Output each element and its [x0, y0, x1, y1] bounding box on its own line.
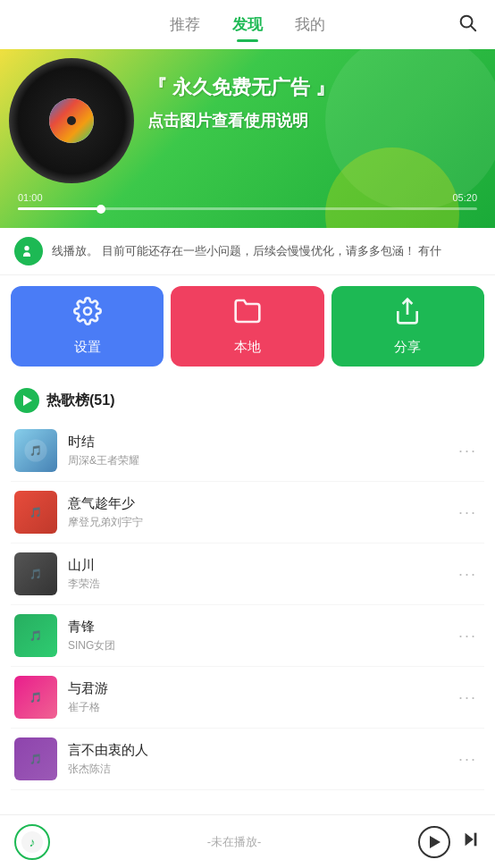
play-icon [430, 836, 440, 848]
hot-section-header: 热歌榜(51) [0, 377, 495, 420]
player-next-button[interactable] [461, 830, 481, 854]
hot-section-title: 热歌榜(51) [46, 392, 114, 410]
song-item-1[interactable]: 🎵 时结 周深&王者荣耀 ··· [11, 420, 484, 482]
song-list: 🎵 时结 周深&王者荣耀 ··· 🎵 意气趁年少 摩登兄弟刘宇宁 ··· 🎵 山… [0, 420, 495, 790]
bottom-player: ♪ -未在播放- [0, 814, 495, 868]
banner-progress: 01:00 05:20 [18, 186, 477, 210]
song-artist-2: 摩登兄弟刘宇宁 [68, 515, 455, 530]
share-label: 分享 [394, 339, 421, 356]
svg-marker-11 [466, 833, 474, 847]
local-button[interactable]: 本地 [171, 286, 323, 367]
song-cover-1: 🎵 [14, 429, 57, 472]
notice-bar: 线播放。 目前可能还存在一些小问题，后续会慢慢优化，请多多包涵！ 有什 [0, 228, 495, 275]
svg-text:🎵: 🎵 [29, 506, 42, 518]
tab-discover[interactable]: 发现 [232, 14, 263, 40]
song-artist-1: 周深&王者荣耀 [68, 453, 455, 468]
notice-text: 线播放。 目前可能还存在一些小问题，后续会慢慢优化，请多多包涵！ 有什 [52, 243, 441, 259]
quick-actions: 设置 本地 分享 [0, 275, 495, 377]
banner-title: 『 永久免费无广告 』 [147, 74, 335, 101]
progress-bar[interactable] [18, 207, 477, 210]
song-cover-5: 🎵 [14, 676, 57, 719]
tab-mine[interactable]: 我的 [295, 14, 325, 40]
header: 推荐 发现 我的 [0, 0, 495, 40]
svg-text:🎵: 🎵 [29, 444, 42, 457]
song-info-3: 山川 李荣浩 [68, 557, 455, 592]
song-info-2: 意气趁年少 摩登兄弟刘宇宁 [68, 495, 455, 530]
song-item-2[interactable]: 🎵 意气趁年少 摩登兄弟刘宇宁 ··· [11, 482, 484, 544]
song-name-6: 言不由衷的人 [68, 742, 455, 759]
song-artist-3: 李荣浩 [68, 577, 455, 592]
song-name-3: 山川 [68, 557, 455, 574]
settings-button[interactable]: 设置 [11, 286, 164, 367]
svg-text:🎵: 🎵 [29, 629, 42, 642]
progress-thumb [96, 205, 105, 214]
song-info-1: 时结 周深&王者荣耀 [68, 434, 455, 468]
banner[interactable]: 『 永久免费无广告 』 点击图片查看使用说明 01:00 05:20 [0, 49, 495, 228]
search-button[interactable] [457, 13, 477, 38]
song-item-3[interactable]: 🎵 山川 李荣浩 ··· [11, 544, 484, 605]
song-artist-4: SING女团 [68, 638, 455, 653]
banner-subtitle: 点击图片查看使用说明 [147, 110, 308, 131]
player-play-button[interactable] [418, 826, 450, 858]
song-item-5[interactable]: 🎵 与君游 崔子格 ··· [11, 667, 484, 729]
hot-play-button[interactable] [14, 388, 39, 413]
player-title: -未在播放- [61, 834, 407, 850]
progress-time-right: 05:20 [452, 192, 477, 203]
share-button[interactable]: 分享 [331, 286, 484, 367]
song-cover-2: 🎵 [14, 491, 57, 534]
song-cover-3: 🎵 [14, 552, 57, 595]
svg-rect-12 [474, 833, 477, 847]
local-label: 本地 [234, 339, 261, 356]
song-name-4: 青锋 [68, 619, 455, 636]
song-name-2: 意气趁年少 [68, 495, 455, 512]
song-name-1: 时结 [68, 434, 455, 451]
player-disc[interactable]: ♪ [14, 824, 50, 860]
song-item-4[interactable]: 🎵 青锋 SING女团 ··· [11, 605, 484, 667]
progress-fill [18, 207, 101, 210]
song-cover-6: 🎵 [14, 737, 57, 780]
song-artist-5: 崔子格 [68, 700, 455, 715]
song-more-6[interactable]: ··· [455, 750, 481, 769]
settings-label: 设置 [74, 339, 101, 356]
song-more-3[interactable]: ··· [455, 565, 481, 584]
song-info-4: 青锋 SING女团 [68, 619, 455, 653]
nav-tabs: 推荐 发现 我的 [170, 14, 325, 40]
song-cover-4: 🎵 [14, 614, 57, 657]
song-artist-6: 张杰陈洁 [68, 762, 455, 777]
song-more-2[interactable]: ··· [455, 503, 481, 522]
song-item-6[interactable]: 🎵 言不由衷的人 张杰陈洁 ··· [11, 729, 484, 790]
share-icon [393, 297, 422, 332]
song-more-4[interactable]: ··· [455, 627, 481, 645]
song-more-5[interactable]: ··· [455, 688, 481, 707]
folder-icon [233, 297, 262, 332]
svg-line-1 [471, 26, 475, 30]
player-disc-inner: ♪ [21, 831, 43, 853]
song-more-1[interactable]: ··· [455, 442, 481, 460]
notice-icon [14, 237, 43, 265]
progress-time-left: 01:00 [18, 192, 43, 203]
svg-text:🎵: 🎵 [29, 691, 42, 704]
svg-text:🎵: 🎵 [29, 753, 42, 765]
song-info-6: 言不由衷的人 张杰陈洁 [68, 742, 455, 777]
tab-recommend[interactable]: 推荐 [170, 14, 200, 40]
song-name-5: 与君游 [68, 680, 455, 697]
gear-icon [73, 297, 102, 332]
banner-vinyl [9, 58, 134, 183]
svg-point-2 [84, 308, 91, 315]
svg-text:🎵: 🎵 [29, 568, 42, 580]
song-info-5: 与君游 崔子格 [68, 680, 455, 715]
